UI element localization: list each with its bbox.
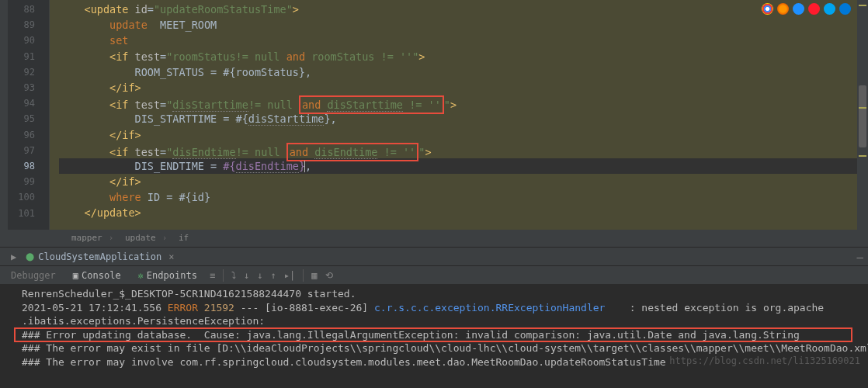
console-line: RenrenScheduler_$_DESKTOP-5CR1ND41621588…	[22, 287, 868, 301]
code-editor[interactable]: <update id="updateRoomStatusTime"> updat…	[50, 0, 868, 230]
endpoints-tab[interactable]: ✲Endpoints	[130, 266, 205, 285]
force-step-icon[interactable]: ↓	[254, 270, 266, 281]
breadcrumb[interactable]: mapper› update› if	[0, 230, 868, 247]
endpoints-icon: ✲	[138, 270, 144, 281]
watermark: https://blog.csdn.net/li1325169021	[669, 355, 860, 369]
run-tab-bar: ▶ ⬤ CloudSystemApplication × —	[0, 247, 868, 265]
console-line: 2021-05-21 17:12:41.556 ERROR 21592 --- …	[22, 301, 868, 315]
safari-icon[interactable]	[793, 3, 804, 15]
breadcrumb-item[interactable]: mapper	[68, 233, 106, 243]
hide-panel-icon[interactable]: —	[857, 251, 863, 263]
console-output[interactable]: RenrenScheduler_$_DESKTOP-5CR1ND41621588…	[0, 284, 868, 369]
evaluate-icon[interactable]: ▦	[308, 270, 320, 281]
close-icon[interactable]: ×	[168, 251, 174, 262]
spring-icon: ⬤	[26, 252, 34, 261]
console-icon: ▣	[73, 270, 78, 281]
step-into-icon[interactable]: ↓	[241, 270, 252, 281]
run-config-tab[interactable]: ⬤ CloudSystemApplication ×	[19, 248, 180, 265]
run-to-cursor-icon[interactable]: ▸|	[281, 270, 298, 281]
ie-icon[interactable]	[824, 3, 835, 15]
chrome-icon[interactable]	[762, 3, 773, 15]
firefox-icon[interactable]	[777, 3, 789, 15]
step-over-icon[interactable]: ⤵	[228, 270, 239, 281]
edge-icon[interactable]	[839, 3, 851, 15]
editor-scrollbar[interactable]	[857, 0, 868, 230]
browser-preview-icons[interactable]	[762, 3, 851, 15]
console-line: .ibatis.exceptions.PersistenceException:	[22, 314, 868, 328]
breadcrumb-item[interactable]: if	[175, 233, 192, 243]
debugger-tab[interactable]: Debugger	[3, 266, 64, 285]
console-line: ### The error may exist in file [D:\\ide…	[22, 341, 868, 355]
run-config-label: CloudSystemApplication	[38, 251, 161, 262]
step-out-icon[interactable]: ↑	[268, 270, 279, 281]
filter-icon[interactable]: ≡	[207, 270, 218, 281]
debug-toolbar: Debugger ▣Console ✲Endpoints ≡ ⤵ ↓ ↓ ↑ ▸…	[0, 265, 868, 284]
run-indicator-icon: ▶	[8, 251, 19, 262]
breadcrumb-item[interactable]: update	[122, 233, 159, 243]
opera-icon[interactable]	[808, 3, 820, 15]
trace-icon[interactable]: ⟲	[322, 270, 336, 281]
console-tab[interactable]: ▣Console	[65, 266, 129, 285]
